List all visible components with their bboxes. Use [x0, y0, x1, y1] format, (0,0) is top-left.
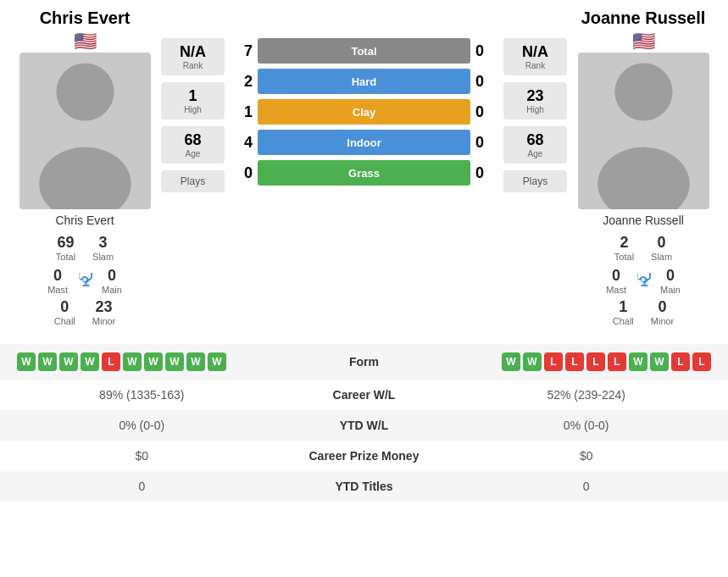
left-form-badges: WWWWLWWWWW: [17, 352, 271, 371]
form-badge-w: W: [629, 352, 647, 371]
career-prize-label: Career Prize Money: [284, 441, 445, 471]
right-name-flag: Joanne Russell 🇺🇸: [581, 8, 706, 53]
form-badge-w: W: [186, 352, 205, 371]
left-player-label-below: Chris Evert: [55, 214, 114, 227]
indoor-badge: Indoor: [258, 130, 470, 155]
ytd-wl-row: 0% (0-0) YTD W/L 0% (0-0): [0, 410, 728, 441]
svg-point-1: [39, 147, 131, 209]
right-ytd-titles: 0: [444, 471, 728, 502]
form-badge-l: L: [671, 352, 690, 371]
form-badge-w: W: [208, 352, 226, 371]
right-ytd-wl: 0% (0-0): [444, 410, 728, 441]
right-grey-stats: N/A Rank 23 High 68 Age Plays: [503, 38, 567, 192]
middle-column: N/A Rank 1 High 68 Age Plays: [161, 8, 567, 192]
right-rank-box: N/A Rank: [503, 38, 567, 75]
right-mast-stat: 0 Mast: [606, 267, 626, 295]
right-flag: 🇺🇸: [632, 31, 655, 53]
right-high-box: 23 High: [503, 82, 567, 119]
right-chall-stat: 1 Chall: [613, 298, 634, 326]
hard-score-row: 2 Hard 0: [231, 69, 497, 94]
left-player-column: Chris Evert 🇺🇸 Chris Evert 69 Total: [8, 8, 161, 331]
right-player-column: Joanne Russell 🇺🇸 Joanne Russell 2 Total: [567, 8, 720, 331]
right-player-label-below: Joanne Russell: [603, 214, 684, 227]
right-trophy-row: 0 Mast 0 Main: [567, 267, 720, 295]
left-player-name: Chris Evert: [40, 8, 131, 28]
ytd-titles-label: YTD Titles: [284, 471, 445, 502]
right-detail-stats: 2 Total 0 Slam 0 Mast: [567, 234, 720, 331]
form-badge-w: W: [59, 352, 78, 371]
career-wl-row: 89% (1335-163) Career W/L 52% (239-224): [0, 380, 728, 410]
left-mast-stat: 0 Mast: [47, 267, 68, 295]
left-form-cell: WWWWLWWWWW: [0, 344, 284, 380]
form-badge-w: W: [123, 352, 142, 371]
left-trophy-icon: [75, 267, 95, 295]
total-badge: Total: [258, 38, 470, 64]
left-detail-stats: 69 Total 3 Slam 0 Mast: [8, 234, 161, 331]
left-name-flag: Chris Evert 🇺🇸: [40, 8, 131, 53]
form-badge-w: W: [81, 352, 99, 371]
right-player-name: Joanne Russell: [581, 8, 706, 28]
left-main-stat: 0 Main: [102, 267, 122, 295]
form-badge-l: L: [102, 352, 120, 371]
total-score-row: 7 Total 0: [231, 38, 497, 64]
left-ytd-titles: 0: [0, 471, 284, 502]
left-high-box: 1 High: [161, 82, 225, 119]
mid-top-row: N/A Rank 1 High 68 Age Plays: [161, 38, 567, 192]
right-form-badges: WWLLLLWWLL: [457, 352, 711, 371]
svg-point-3: [597, 147, 690, 209]
right-trophy-icon: [633, 267, 653, 295]
left-ytd-wl: 0% (0-0): [0, 410, 284, 441]
right-career-prize: $0: [444, 441, 728, 471]
scores-center: 7 Total 0 2 Hard 0 1: [231, 38, 497, 186]
left-career-prize: $0: [0, 441, 284, 471]
ytd-wl-label: YTD W/L: [284, 410, 445, 441]
right-slam-stat: 0 Slam: [651, 234, 672, 262]
indoor-score-row: 4 Indoor 0: [231, 130, 497, 155]
career-prize-row: $0 Career Prize Money $0: [0, 441, 728, 471]
left-chall-stat: 0 Chall: [54, 298, 75, 326]
form-label: Form: [284, 344, 445, 380]
clay-badge: Clay: [258, 99, 470, 125]
left-avatar: [19, 53, 151, 209]
left-career-wl: 89% (1335-163): [0, 380, 284, 410]
ytd-titles-row: 0 YTD Titles 0: [0, 471, 728, 502]
left-plays-box: Plays: [161, 170, 225, 192]
left-grey-stats: N/A Rank 1 High 68 Age Plays: [161, 38, 225, 192]
left-total-stat: 69 Total: [56, 234, 75, 262]
right-plays-box: Plays: [503, 170, 567, 192]
career-wl-label: Career W/L: [284, 380, 445, 410]
left-rank-box: N/A Rank: [161, 38, 225, 75]
form-badge-w: W: [17, 352, 36, 371]
form-badge-w: W: [523, 352, 542, 371]
right-total-stat: 2 Total: [614, 234, 634, 262]
right-form-cell: WWLLLLWWLL: [444, 344, 728, 380]
form-badge-l: L: [544, 352, 563, 371]
top-section: Chris Evert 🇺🇸 Chris Evert 69 Total: [0, 0, 728, 336]
form-badge-l: L: [586, 352, 605, 371]
right-minor-stat: 0 Minor: [651, 298, 675, 326]
svg-point-0: [56, 63, 114, 120]
form-badge-w: W: [502, 352, 520, 371]
left-flag: 🇺🇸: [74, 31, 97, 53]
right-main-stat: 0 Main: [660, 267, 681, 295]
right-avatar: [578, 53, 709, 209]
form-badge-w: W: [38, 352, 57, 371]
left-slam-stat: 3 Slam: [92, 234, 114, 262]
grass-badge: Grass: [258, 160, 470, 186]
bottom-stats-table: WWWWLWWWWW Form WWLLLLWWLL 89% (1335-163…: [0, 344, 728, 502]
form-badge-w: W: [165, 352, 184, 371]
main-container: Chris Evert 🇺🇸 Chris Evert 69 Total: [0, 0, 728, 502]
form-badge-l: L: [692, 352, 711, 371]
form-badge-w: W: [650, 352, 669, 371]
left-age-box: 68 Age: [161, 126, 225, 164]
form-row: WWWWLWWWWW Form WWLLLLWWLL: [0, 344, 728, 380]
form-badge-w: W: [144, 352, 163, 371]
hard-badge: Hard: [258, 69, 470, 94]
right-age-box: 68 Age: [503, 126, 567, 164]
clay-score-row: 1 Clay 0: [231, 99, 497, 125]
left-trophy-row: 0 Mast 0 Main: [8, 267, 161, 295]
grass-score-row: 0 Grass 0: [231, 160, 497, 186]
svg-point-2: [614, 63, 672, 120]
form-badge-l: L: [565, 352, 584, 371]
form-badge-l: L: [608, 352, 626, 371]
